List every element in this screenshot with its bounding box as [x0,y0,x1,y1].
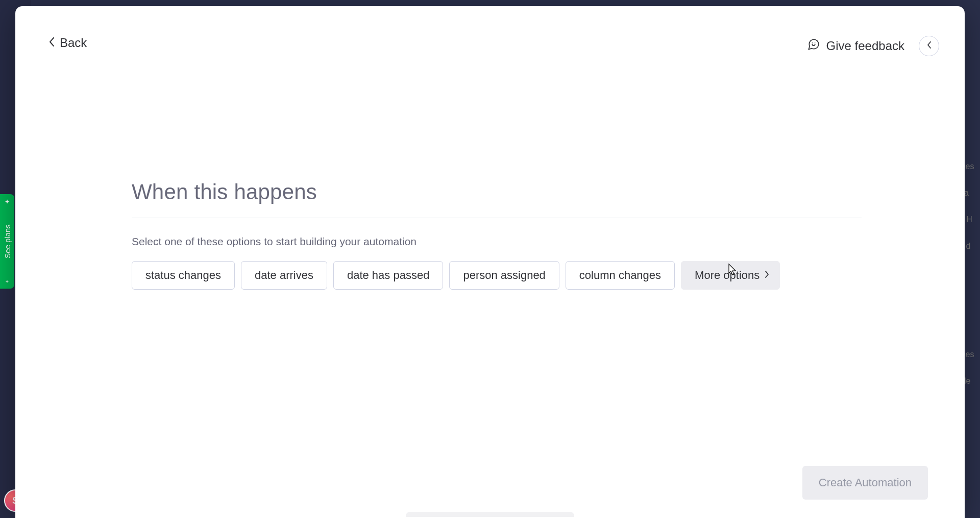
sparkle-icon: ✦ [0,198,14,205]
trigger-options-row: status changes date arrives date has pas… [132,261,862,290]
more-options-label: More options [695,269,760,282]
helper-text: Select one of these options to start bui… [132,236,862,248]
chevron-left-icon [927,41,932,51]
collapse-panel-button[interactable] [919,36,939,56]
automation-builder-modal: Back Give feedback [15,6,965,518]
create-automation-button[interactable]: Create Automation [802,466,928,500]
back-label: Back [60,36,87,50]
trigger-selection-section: When this happens Select one of these op… [132,180,862,290]
option-more-options[interactable]: More options [681,261,780,290]
section-divider [132,218,862,218]
chevron-left-icon [48,37,55,49]
section-title: When this happens [132,180,862,204]
svg-point-0 [812,42,812,43]
bottom-hint-chip [406,512,574,517]
modal-header: Back Give feedback [15,6,965,62]
feedback-icon [807,38,820,54]
header-right-group: Give feedback [807,36,939,56]
chevron-right-icon [765,271,769,280]
back-button[interactable]: Back [48,36,87,50]
feedback-label: Give feedback [826,39,904,53]
option-person-assigned[interactable]: person assigned [449,261,559,290]
see-plans-label: See plans [3,224,12,258]
option-status-changes[interactable]: status changes [132,261,235,290]
give-feedback-button[interactable]: Give feedback [807,38,904,54]
plus-icon: + [0,279,14,285]
option-date-has-passed[interactable]: date has passed [333,261,443,290]
option-column-changes[interactable]: column changes [566,261,675,290]
modal-footer: Create Automation [802,466,928,500]
option-date-arrives[interactable]: date arrives [241,261,327,290]
see-plans-tab[interactable]: ✦ See plans + [0,194,14,289]
svg-point-1 [815,42,815,43]
